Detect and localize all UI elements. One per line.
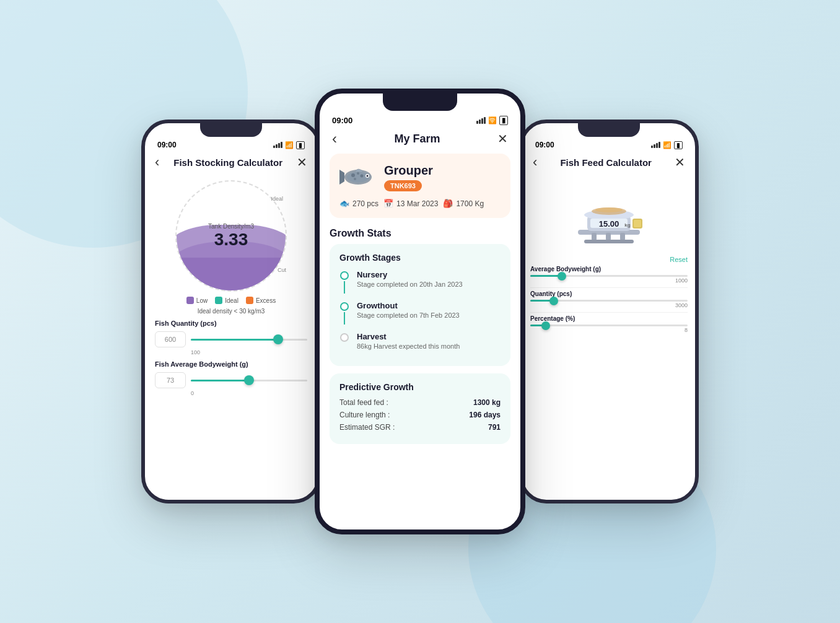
right-percentage-slider-section: Percentage (%) 8	[523, 315, 695, 333]
ideal-label-circle: Ideal	[271, 196, 283, 202]
fish-quantity-slider-section: Fish Quantity (pcs) 600 100	[145, 320, 317, 355]
stage-text-harvest: Harvest 86kg Harvest expected this month	[357, 332, 460, 350]
legend-dot-low	[186, 297, 194, 304]
fish-bodyweight-thumb[interactable]	[244, 375, 254, 385]
right-percentage-track[interactable]	[530, 325, 688, 326]
predictive-label-sgr: Estimated SGR :	[339, 423, 395, 432]
stage-item-nursery: Nursery Stage completed on 20th Jan 2023	[339, 270, 501, 294]
back-button-left[interactable]: ‹	[155, 154, 159, 170]
right-bodyweight-track[interactable]	[530, 275, 688, 277]
back-button-right[interactable]: ‹	[533, 154, 537, 170]
right-bodyweight-slider-row	[530, 275, 688, 277]
right-percentage-thumb[interactable]	[541, 321, 550, 330]
time-right: 09:00	[535, 141, 554, 149]
wifi-icon-left: 📶	[285, 141, 294, 149]
svg-rect-22	[634, 220, 641, 227]
fish-bodyweight-min: 0	[191, 390, 307, 396]
fish-date-value: 13 Mar 2023	[396, 199, 438, 208]
slider-divider-2	[530, 312, 688, 313]
page-title-right: Fish Feed Calculator	[537, 157, 675, 168]
growth-stages-card: Growth Stages Nursery Stage completed on…	[330, 244, 510, 366]
predictive-row-culture: Culture length : 196 days	[339, 411, 501, 419]
back-button-center[interactable]: ‹	[332, 130, 337, 147]
svg-point-4	[361, 175, 364, 178]
page-title-center: My Farm	[394, 133, 440, 146]
fish-quantity-min: 100	[191, 349, 307, 355]
battery-icon-center: ▮	[499, 116, 508, 125]
right-quantity-slider-row	[530, 300, 688, 302]
phone-left: 09:00 📶 ▮ ‹ Fish Stocking Calculator ✕	[141, 120, 321, 503]
stage-dot-nursery	[340, 271, 349, 280]
close-button-right[interactable]: ✕	[675, 155, 685, 170]
right-percentage-max-row: 8	[530, 327, 688, 333]
signal-icon-left	[273, 142, 282, 148]
fish-stat-date: 📅 13 Mar 2023	[383, 199, 438, 208]
predictive-value-feed: 1300 kg	[473, 398, 501, 407]
status-icons-center: 🛜 ▮	[476, 116, 508, 125]
fish-bodyweight-fill	[191, 380, 249, 381]
fish-quantity-track[interactable]	[191, 339, 307, 341]
svg-point-20	[595, 207, 623, 212]
fish-name: Grouper	[384, 163, 433, 178]
fish-stat-quantity: 🐟 270 pcs	[339, 199, 378, 208]
fish-quantity-label: Fish Quantity (pcs)	[155, 320, 307, 327]
fish-stat-weight: 🎒 1700 Kg	[443, 199, 484, 208]
right-percentage-label: Percentage (%)	[530, 315, 688, 322]
signal-icon-right	[651, 142, 660, 148]
fish-bodyweight-label: Fish Average Bodyweight (g)	[155, 360, 307, 368]
legend-label-excess: Excess	[256, 297, 276, 304]
legend-dot-excess	[246, 297, 253, 304]
notch-left	[200, 123, 262, 137]
predictive-growth-card: Predictive Growth Total feed fed : 1300 …	[330, 373, 510, 444]
stage-name-harvest: Harvest	[357, 332, 460, 341]
legend-excess: Excess	[246, 297, 276, 304]
stage-dot-harvest	[340, 333, 349, 342]
nav-right: ‹ Fish Feed Calculator ✕	[523, 152, 695, 175]
svg-marker-6	[339, 170, 344, 185]
legend-label-low: Low	[196, 297, 208, 304]
fish-stats: 🐟 270 pcs 📅 13 Mar 2023 🎒 1700 Kg	[339, 199, 501, 208]
notch-center	[383, 94, 457, 111]
close-button-center[interactable]: ✕	[497, 131, 508, 146]
legend: Low Ideal Excess	[145, 297, 317, 304]
battery-icon-left: ▮	[296, 141, 305, 149]
fish-info: Grouper TNK693	[384, 163, 433, 191]
signal-icon-center	[476, 117, 486, 124]
stage-dot-col-harvest	[339, 332, 349, 350]
right-quantity-thumb[interactable]	[549, 297, 558, 305]
cutoff-label-circle: Cut	[278, 267, 286, 273]
predictive-label-culture: Culture length :	[339, 411, 390, 419]
right-bodyweight-thumb[interactable]	[558, 272, 566, 281]
battery-icon-right: ▮	[674, 141, 683, 149]
reset-button[interactable]: Reset	[523, 256, 695, 263]
fish-weight-value: 1700 Kg	[456, 199, 484, 208]
tank-label: Tank Density/m3 3.33	[208, 223, 254, 250]
fish-quantity-input[interactable]: 600	[155, 331, 186, 347]
tank-badge: TNK693	[384, 180, 422, 191]
right-quantity-track[interactable]	[530, 300, 688, 302]
stage-name-nursery: Nursery	[357, 270, 463, 279]
growth-stats-title: Growth Stats	[320, 225, 520, 244]
stage-dot-growthout	[340, 302, 349, 311]
wifi-icon-center: 🛜	[488, 116, 497, 124]
close-button-left[interactable]: ✕	[297, 155, 307, 170]
time-left: 09:00	[157, 141, 177, 149]
right-percentage-slider-row	[530, 325, 688, 326]
tank-density-label: Tank Density/m3	[208, 223, 254, 230]
fish-image	[339, 163, 377, 191]
fish-quantity-thumb[interactable]	[273, 334, 283, 344]
stage-line-nursery	[344, 281, 345, 294]
weight-icon: 🎒	[443, 199, 453, 208]
svg-point-8	[367, 175, 369, 177]
right-bodyweight-label: Average Bodyweight (g)	[530, 266, 688, 272]
fish-quantity-fill	[191, 339, 278, 341]
fish-bodyweight-track[interactable]	[191, 380, 307, 381]
stage-dot-col-nursery	[339, 270, 349, 294]
svg-point-3	[357, 172, 359, 175]
stage-text-nursery: Nursery Stage completed on 20th Jan 2023	[357, 270, 463, 294]
fish-bodyweight-input[interactable]: 73	[155, 372, 186, 388]
legend-low: Low	[186, 297, 208, 304]
legend-dot-ideal	[215, 297, 222, 304]
predictive-value-sgr: 791	[488, 423, 501, 432]
predictive-row-feed: Total feed fed : 1300 kg	[339, 398, 501, 407]
